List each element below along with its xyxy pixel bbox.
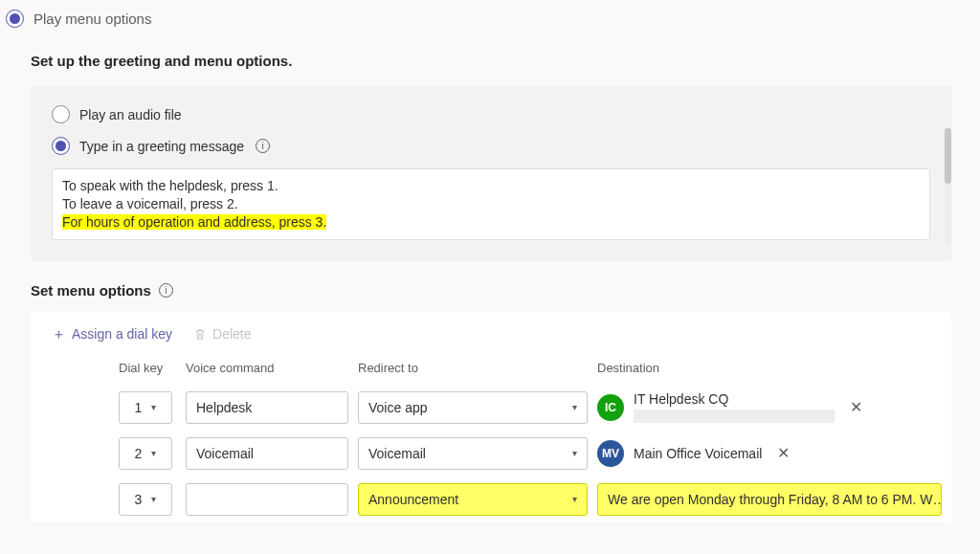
remove-destination-button[interactable]: ✕: [771, 444, 795, 462]
dial-key-select[interactable]: 1 ▾: [119, 391, 172, 424]
chevron-down-icon: ▾: [572, 494, 577, 504]
col-header-dial-key: Dial key: [119, 357, 186, 385]
redirect-to-value: Voice app: [368, 400, 428, 415]
redirect-to-select[interactable]: Voice app ▾: [358, 391, 588, 424]
radio-icon: [52, 105, 70, 123]
option-type-greeting-message[interactable]: Type in a greeting message i: [52, 137, 930, 155]
voice-command-input[interactable]: [186, 483, 348, 516]
remove-destination-button[interactable]: ✕: [844, 398, 868, 416]
col-header-voice-command: Voice command: [186, 357, 358, 385]
option-label: Play an audio file: [79, 107, 182, 122]
col-header-destination: Destination: [597, 357, 947, 385]
destination-chip: MV Main Office Voicemail ✕: [597, 440, 795, 467]
menu-options-panel: ＋ Assign a dial key Delete Dial key Voic…: [31, 312, 951, 522]
greeting-line: To speak with the helpdesk, press 1.: [62, 177, 920, 195]
dial-key-value: 1: [135, 400, 143, 415]
radio-icon: [52, 137, 70, 155]
info-icon[interactable]: i: [256, 139, 270, 153]
voice-command-input[interactable]: Voicemail: [186, 437, 348, 470]
chevron-down-icon: ▾: [151, 494, 156, 504]
greeting-panel: Play an audio file Type in a greeting me…: [31, 86, 951, 261]
option-label: Play menu options: [33, 11, 151, 27]
chevron-down-icon: ▾: [572, 402, 577, 412]
greeting-message-textarea[interactable]: To speak with the helpdesk, press 1. To …: [52, 168, 930, 240]
dial-key-select[interactable]: 3 ▾: [119, 483, 172, 516]
info-icon[interactable]: i: [159, 283, 173, 298]
section-title: Set up the greeting and menu options.: [31, 53, 951, 69]
voice-command-value: Helpdesk: [196, 400, 252, 415]
dial-key-select[interactable]: 2 ▾: [119, 437, 172, 470]
announcement-text-value: We are open Monday through Friday, 8 AM …: [608, 492, 942, 507]
assign-dial-key-button[interactable]: ＋ Assign a dial key: [52, 325, 172, 343]
chevron-down-icon: ▾: [572, 448, 577, 458]
dial-key-value: 2: [135, 446, 143, 461]
trash-icon: [193, 327, 207, 342]
scrollbar[interactable]: [945, 128, 951, 244]
destination-chip: IC IT Helpdesk CQ ✕: [597, 391, 868, 423]
button-label: Delete: [212, 326, 251, 342]
destination-name: Main Office Voicemail: [634, 446, 762, 461]
destination-name: IT Helpdesk CQ: [634, 391, 835, 407]
option-play-audio-file[interactable]: Play an audio file: [52, 105, 930, 123]
chevron-down-icon: ▾: [151, 448, 156, 458]
destination-secondary-placeholder: [634, 410, 835, 423]
section-title: Set menu options: [31, 282, 151, 299]
col-header-redirect-to: Redirect to: [358, 357, 597, 385]
dial-key-value: 3: [135, 492, 143, 507]
redirect-to-value: Announcement: [368, 492, 458, 507]
redirect-to-select[interactable]: Voicemail ▾: [358, 437, 588, 470]
option-label: Type in a greeting message: [79, 139, 244, 154]
greeting-line: To leave a voicemail, press 2.: [62, 195, 920, 213]
radio-icon: [6, 10, 24, 28]
announcement-text-input[interactable]: We are open Monday through Friday, 8 AM …: [597, 483, 942, 516]
avatar: MV: [597, 440, 624, 467]
button-label: Assign a dial key: [72, 326, 172, 342]
greeting-line-highlighted: For hours of operation and address, pres…: [62, 214, 326, 230]
redirect-to-select[interactable]: Announcement ▾: [358, 483, 588, 516]
voice-command-value: Voicemail: [196, 446, 254, 461]
redirect-to-value: Voicemail: [368, 446, 426, 461]
scrollbar-thumb[interactable]: [945, 128, 951, 184]
plus-icon: ＋: [52, 325, 66, 343]
voice-command-input[interactable]: Helpdesk: [186, 391, 348, 424]
option-play-menu-options[interactable]: Play menu options: [0, 8, 980, 39]
delete-button: Delete: [193, 326, 251, 342]
avatar: IC: [597, 394, 624, 421]
chevron-down-icon: ▾: [151, 402, 156, 412]
